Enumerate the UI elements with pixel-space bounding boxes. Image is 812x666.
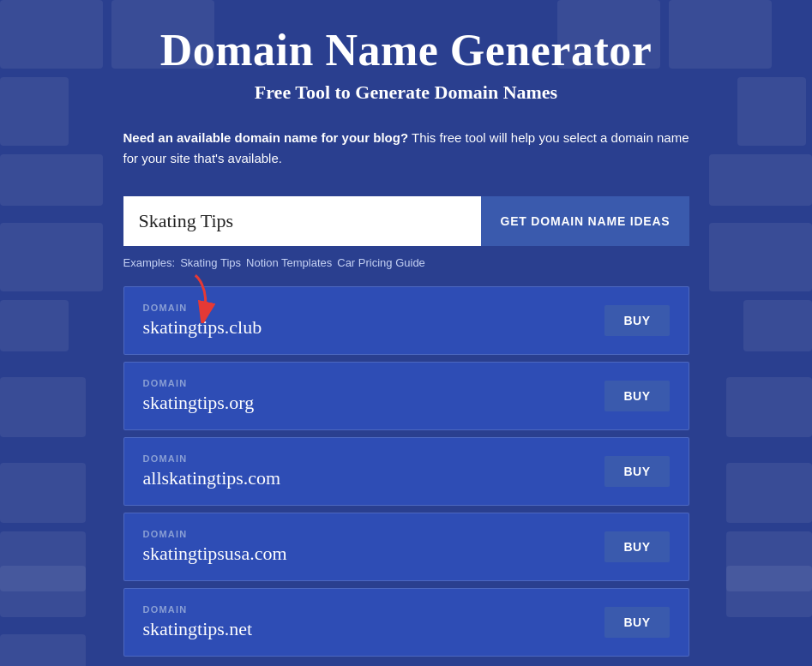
search-input[interactable] [123, 196, 482, 246]
domain-name-5: skatingtips.net [143, 618, 253, 640]
domain-label-3: DOMAIN [143, 453, 281, 464]
domain-label-5: DOMAIN [143, 604, 253, 615]
description: Need an available domain name for your b… [123, 128, 689, 169]
example-link-notion-templates[interactable]: Notion Templates [246, 256, 332, 269]
buy-button-5[interactable]: BUY [604, 607, 669, 638]
sub-title: Free Tool to Generate Domain Names [123, 81, 689, 104]
description-bold: Need an available domain name for your b… [123, 130, 409, 145]
domain-label-4: DOMAIN [143, 529, 287, 539]
domain-info-3: DOMAIN allskatingtips.com [143, 453, 281, 489]
domain-card-4: DOMAIN skatingtipsusa.com BUY [123, 513, 689, 581]
buy-button-3[interactable]: BUY [604, 456, 669, 487]
domain-info-2: DOMAIN skatingtips.org [143, 378, 255, 414]
search-row: GET DOMAIN NAME IDEAS [123, 196, 689, 246]
domain-label-2: DOMAIN [143, 378, 255, 388]
domain-name-4: skatingtipsusa.com [143, 543, 287, 565]
domain-card-3: DOMAIN allskatingtips.com BUY [123, 437, 689, 506]
examples-row: Examples: Skating Tips Notion Templates … [123, 256, 689, 269]
domain-info-4: DOMAIN skatingtipsusa.com [143, 529, 287, 565]
example-link-skating-tips[interactable]: Skating Tips [180, 256, 241, 269]
domain-card-2: DOMAIN skatingtips.org BUY [123, 362, 689, 430]
buy-button-1[interactable]: BUY [604, 305, 669, 336]
domain-info-5: DOMAIN skatingtips.net [143, 604, 253, 640]
results-list: DOMAIN skatingtips.club BUY DOMAIN skati… [123, 286, 689, 663]
down-arrow-icon [185, 272, 224, 323]
domain-name-3: allskatingtips.com [143, 467, 281, 489]
domain-card-5: DOMAIN skatingtips.net BUY [123, 588, 689, 657]
examples-label: Examples: [123, 256, 176, 269]
page-wrapper: Domain Name Generator Free Tool to Gener… [106, 0, 707, 666]
buy-button-4[interactable]: BUY [604, 531, 669, 562]
main-title: Domain Name Generator [123, 26, 689, 75]
search-button[interactable]: GET DOMAIN NAME IDEAS [481, 196, 689, 246]
example-link-car-pricing[interactable]: Car Pricing Guide [337, 256, 425, 269]
domain-name-2: skatingtips.org [143, 392, 255, 414]
buy-button-2[interactable]: BUY [604, 381, 669, 411]
arrow-container [185, 272, 224, 326]
